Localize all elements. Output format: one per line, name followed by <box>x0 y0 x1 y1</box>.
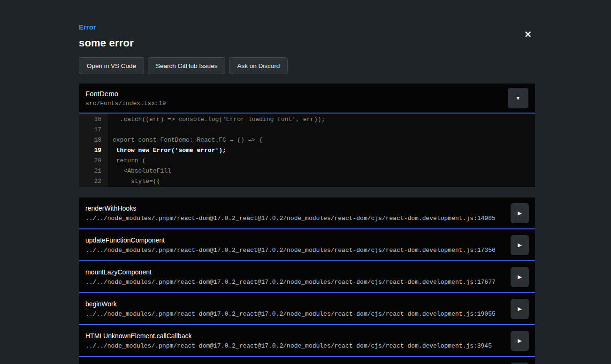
line-source: <AbsoluteFill <box>108 166 171 176</box>
caret-right-icon: ▶ <box>518 306 521 312</box>
code-frame-panel: FontDemo src/Fonts/index.tsx:19 ▼ 16 .ca… <box>79 83 535 187</box>
line-number: 19 <box>79 145 108 156</box>
expand-stack-frame-button[interactable]: ▶ <box>511 267 529 287</box>
component-name: FontDemo <box>85 90 166 98</box>
error-type-label: Error <box>79 23 535 31</box>
error-overlay-content: Error some error Open in VS Code Search … <box>79 0 535 364</box>
expand-stack-frame-button[interactable]: ▶ <box>511 363 529 364</box>
collapse-code-button[interactable]: ▼ <box>508 88 528 108</box>
code-snippet: 16 .catch((err) => console.log('Error lo… <box>79 114 535 187</box>
code-line: 22 style={{ <box>79 176 535 187</box>
line-number: 18 <box>79 135 108 145</box>
expand-stack-frame-button[interactable]: ▶ <box>511 203 529 223</box>
code-line: 20 return ( <box>79 156 535 166</box>
stack-trace-list: renderWithHooks ../../node_modules/.pnpm… <box>79 197 535 364</box>
stack-frame-function: HTMLUnknownElement.callCallback <box>85 332 492 340</box>
caret-right-icon: ▶ <box>518 274 521 280</box>
stack-frame-row: mountLazyComponent ../../node_modules/.p… <box>79 261 535 293</box>
stack-frame-row: beginWork ../../node_modules/.pnpm/react… <box>79 293 535 325</box>
search-github-issues-button[interactable]: Search GitHub Issues <box>148 57 225 74</box>
stack-frame-row: renderWithHooks ../../node_modules/.pnpm… <box>79 197 535 229</box>
stack-frame-source: ../../node_modules/.pnpm/react-dom@17.0.… <box>85 279 496 286</box>
line-number: 17 <box>79 125 108 135</box>
stack-frame-source: ../../node_modules/.pnpm/react-dom@17.0.… <box>85 342 492 349</box>
error-message-title: some error <box>79 37 535 49</box>
stack-frame-row: HTMLUnknownElement.callCallback ../../no… <box>79 325 535 357</box>
source-location: src/Fonts/index.tsx:19 <box>85 100 166 107</box>
caret-down-icon: ▼ <box>516 96 520 101</box>
stack-frame-source: ../../node_modules/.pnpm/react-dom@17.0.… <box>85 247 496 254</box>
line-source: style={{ <box>108 176 160 187</box>
code-line: 17 <box>79 125 535 135</box>
code-line: 18export const FontDemo: React.FC = () =… <box>79 135 535 145</box>
stack-frame-row: updateFunctionComponent ../../node_modul… <box>79 229 535 261</box>
code-line: 21 <AbsoluteFill <box>79 166 535 176</box>
stack-frame-function: renderWithHooks <box>85 205 496 212</box>
line-number: 22 <box>79 176 108 187</box>
ask-on-discord-button[interactable]: Ask on Discord <box>229 57 288 74</box>
caret-right-icon: ▶ <box>518 242 521 248</box>
line-source: return ( <box>108 156 145 166</box>
action-button-row: Open in VS Code Search GitHub Issues Ask… <box>79 57 535 74</box>
code-line-highlighted: 19 throw new Error('some error'); <box>79 145 535 156</box>
code-line: 16 .catch((err) => console.log('Error lo… <box>79 114 535 125</box>
line-source: throw new Error('some error'); <box>108 145 226 156</box>
stack-frame-function: mountLazyComponent <box>85 268 496 276</box>
expand-stack-frame-button[interactable]: ▶ <box>511 235 529 255</box>
stack-frame-source: ../../node_modules/.pnpm/react-dom@17.0.… <box>85 311 496 318</box>
line-source: .catch((err) => console.log('Error loadi… <box>108 114 325 125</box>
open-in-vscode-button[interactable]: Open in VS Code <box>79 57 144 74</box>
code-frame-header: FontDemo src/Fonts/index.tsx:19 ▼ <box>79 83 535 114</box>
line-number: 21 <box>79 166 108 176</box>
caret-right-icon: ▶ <box>518 338 521 344</box>
line-source <box>108 125 113 135</box>
caret-right-icon: ▶ <box>518 210 521 216</box>
line-number: 16 <box>79 114 108 125</box>
line-number: 20 <box>79 156 108 166</box>
stack-frame-function: beginWork <box>85 300 496 308</box>
stack-frame-function: updateFunctionComponent <box>85 236 496 244</box>
expand-stack-frame-button[interactable]: ▶ <box>511 299 529 319</box>
stack-frame-source: ../../node_modules/.pnpm/react-dom@17.0.… <box>85 215 496 222</box>
line-source: export const FontDemo: React.FC = () => … <box>108 135 263 145</box>
stack-frame-row-partial: ▶ <box>79 357 535 364</box>
expand-stack-frame-button[interactable]: ▶ <box>511 331 529 351</box>
